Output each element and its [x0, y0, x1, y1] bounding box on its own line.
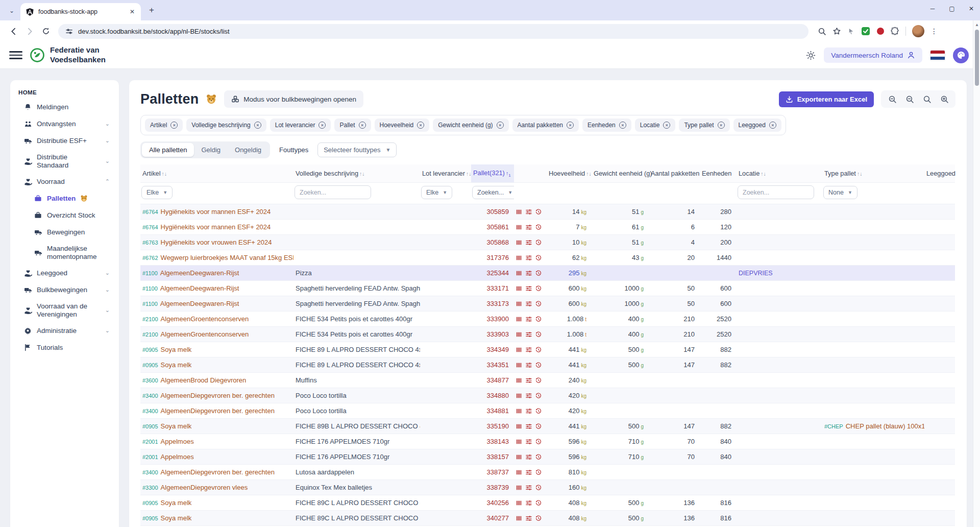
sidebar-item-meldingen[interactable]: Meldingen	[17, 99, 114, 115]
bookmark-star-icon[interactable]	[832, 27, 841, 36]
table-row[interactable]: #2100AlgemeenGroentenconservenFICHE 534 …	[140, 312, 955, 327]
sliders-icon[interactable]	[526, 515, 532, 522]
filter-input-volledige-beschrijving[interactable]	[295, 185, 371, 199]
sliders-icon[interactable]	[526, 438, 532, 445]
table-row[interactable]: #2100AlgemeenGroentenconservenFICHE 534 …	[140, 327, 955, 342]
barcode-icon[interactable]	[516, 453, 522, 461]
fouttypes-select[interactable]: Selecteer fouttypes ▼	[317, 142, 397, 157]
barcode-icon[interactable]	[516, 254, 522, 261]
remove-chip-icon[interactable]: ✕	[619, 122, 626, 129]
sliders-icon[interactable]	[526, 423, 532, 430]
page-scrollbar[interactable]: ▲	[973, 20, 980, 527]
zoom-out-icon-2[interactable]	[902, 92, 917, 106]
filter-chip-aantal-pakketten[interactable]: Aantal pakketten✕	[512, 118, 579, 132]
filter-chip-volledige-beschrijving[interactable]: Volledige beschrijving✕	[186, 118, 266, 132]
barcode-icon[interactable]	[516, 239, 522, 246]
theme-palette-button[interactable]	[953, 47, 969, 63]
sliders-icon[interactable]	[526, 224, 532, 231]
history-icon[interactable]	[535, 362, 542, 369]
tab-search-button[interactable]: ⌄	[5, 4, 18, 17]
barcode-icon[interactable]	[516, 408, 522, 415]
filter-input-locatie[interactable]	[738, 185, 814, 199]
filter-chip-type-pallet[interactable]: Type pallet✕	[679, 118, 729, 132]
tab-alle-palletten[interactable]: Alle palletten	[142, 143, 194, 157]
filter-chip-gewicht-eenheid-g[interactable]: Gewicht eenheid (g)✕	[433, 118, 508, 132]
tab-close-icon[interactable]: ✕	[128, 7, 137, 16]
nl-flag[interactable]	[930, 51, 945, 60]
history-icon[interactable]	[535, 285, 542, 292]
column-header-leeggoed[interactable]: Leeggoed	[924, 164, 955, 183]
zoom-out-icon[interactable]	[885, 92, 899, 106]
history-icon[interactable]	[535, 224, 542, 231]
table-row[interactable]: #2001AppelmoesFICHE 176 APPELMOES 710gr3…	[140, 434, 955, 449]
remove-chip-icon[interactable]: ✕	[254, 122, 261, 129]
barcode-icon[interactable]	[516, 469, 522, 476]
table-row[interactable]: #0905Soya melkFICHE 89C L ALPRO DESSERT …	[140, 495, 955, 511]
history-icon[interactable]	[535, 423, 542, 430]
remove-chip-icon[interactable]: ✕	[769, 122, 776, 129]
forward-button[interactable]	[22, 24, 37, 38]
column-header-gewicht-eenheid-g[interactable]: Gewicht eenheid (g)	[592, 164, 649, 183]
barcode-icon[interactable]	[516, 392, 522, 399]
table-row[interactable]: #0905Soya melkFICHE 89 L ALPRO DESSERT C…	[140, 342, 955, 357]
column-header-locatie[interactable]: Locatie↑↓	[737, 164, 822, 183]
sidebar-item-distributie-esf[interactable]: Distributie ESF+⌄	[17, 132, 114, 149]
maximize-icon[interactable]: ▢	[948, 5, 955, 12]
table-row[interactable]: #6764Hygiënekits voor mannen ESF+ 202430…	[140, 204, 955, 220]
sliders-icon[interactable]	[526, 254, 532, 261]
barcode-icon[interactable]	[516, 499, 522, 507]
browser-menu-icon[interactable]: ⋮	[930, 27, 938, 35]
back-button[interactable]	[6, 24, 20, 38]
barcode-icon[interactable]	[516, 423, 522, 430]
sidebar-item-distributie-standaard[interactable]: Distributie Standaard⌄	[17, 149, 114, 173]
barcode-icon[interactable]	[516, 316, 522, 323]
sidebar-item-palletten[interactable]: Palletten	[17, 190, 114, 207]
sliders-icon[interactable]	[526, 362, 532, 369]
history-icon[interactable]	[535, 469, 542, 476]
remove-chip-icon[interactable]: ✕	[170, 122, 178, 129]
sliders-icon[interactable]	[526, 208, 532, 215]
barcode-icon[interactable]	[516, 438, 522, 445]
sliders-icon[interactable]	[526, 316, 532, 323]
cursor-extension-icon[interactable]	[847, 28, 855, 35]
column-header-lot-leverancier[interactable]: Lot leverancier↑↓	[420, 164, 471, 183]
history-icon[interactable]	[535, 346, 542, 353]
history-icon[interactable]	[535, 408, 542, 415]
column-header-type-pallet[interactable]: Type pallet↑↓	[822, 164, 924, 183]
history-icon[interactable]	[535, 300, 542, 307]
history-icon[interactable]	[535, 254, 542, 261]
sliders-icon[interactable]	[526, 484, 532, 491]
column-header-volledige-beschrijving[interactable]: Volledige beschrijving↑↓	[293, 164, 420, 183]
remove-chip-icon[interactable]: ✕	[318, 122, 326, 129]
sidebar-item-overzicht-stock[interactable]: Overzicht Stock	[17, 207, 114, 224]
close-icon[interactable]: ✕	[968, 5, 975, 12]
profile-avatar[interactable]	[912, 25, 924, 37]
search-icon[interactable]	[920, 92, 934, 106]
remove-chip-icon[interactable]: ✕	[497, 122, 504, 129]
barcode-icon[interactable]	[516, 285, 522, 292]
history-icon[interactable]	[535, 453, 542, 461]
sliders-icon[interactable]	[526, 285, 532, 292]
sidebar-item-leeggoed[interactable]: Leeggoed⌄	[17, 265, 114, 281]
user-menu-button[interactable]: Vandermeersch Roland	[824, 47, 922, 63]
filter-select-artikel[interactable]: Elke▼	[141, 186, 173, 199]
table-row[interactable]: #6763Hygiënekits voor vrouwen ESF+ 20243…	[140, 235, 955, 250]
table-row[interactable]: #0905Soya melkFICHE 89 L ALPRO DESSERT C…	[140, 357, 955, 373]
table-row[interactable]: #1100AlgemeenDeegwaren-RijstPizza3253442…	[140, 266, 955, 281]
barcode-icon[interactable]	[516, 224, 522, 231]
history-icon[interactable]	[535, 331, 542, 338]
remove-chip-icon[interactable]: ✕	[359, 122, 366, 129]
column-header-aantal-pakketten[interactable]: Aantal pakketten	[649, 164, 700, 183]
sliders-icon[interactable]	[526, 499, 532, 507]
table-row[interactable]: #3600AlgemeenBrood DiegevrorenMuffins334…	[140, 373, 955, 388]
export-excel-button[interactable]: Exporteren naar Excel	[779, 91, 874, 107]
column-header-pallet-321[interactable]: Pallet(321)↑1	[471, 164, 514, 183]
table-row[interactable]: #2001AppelmoesFICHE 176 APPELMOES 710gr3…	[140, 449, 955, 465]
remove-chip-icon[interactable]: ✕	[417, 122, 424, 129]
table-row[interactable]: #3400AlgemeenDiepgevroren ber. gerechten…	[140, 403, 955, 419]
remove-chip-icon[interactable]: ✕	[567, 122, 574, 129]
menu-hamburger-icon[interactable]	[9, 51, 22, 59]
table-row[interactable]: #6762Wegwerp luierbroekjes MAAT vanaf 15…	[140, 250, 955, 266]
reload-button[interactable]	[39, 24, 53, 38]
table-row[interactable]: #3300AlgemeenDiepgevroren vleesEquinox T…	[140, 480, 955, 495]
